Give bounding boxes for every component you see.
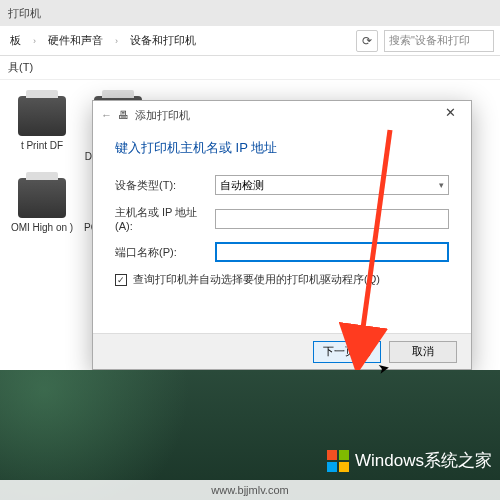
device-type-value: 自动检测	[220, 178, 264, 193]
printer-item[interactable]: OMI High on )	[8, 178, 76, 233]
window-tab: 打印机	[0, 0, 500, 26]
breadcrumb-part[interactable]: 硬件和声音	[44, 31, 107, 50]
device-type-label: 设备类型(T):	[115, 178, 215, 193]
search-input[interactable]: 搜索"设备和打印	[384, 30, 494, 52]
add-printer-dialog: ← 🖶 添加打印机 ✕ 键入打印机主机名或 IP 地址 设备类型(T): 自动检…	[92, 100, 472, 370]
tab-title: 打印机	[8, 6, 41, 21]
printer-icon	[18, 178, 66, 218]
portname-row: 端口名称(P):	[115, 242, 449, 262]
dialog-heading: 键入打印机主机名或 IP 地址	[115, 139, 449, 157]
close-button[interactable]: ✕	[437, 105, 463, 125]
toolbar: 具(T)	[0, 56, 500, 80]
toolbar-label[interactable]: 具(T)	[8, 60, 33, 75]
next-button-label: 下一页(N)	[323, 344, 371, 359]
chevron-right-icon: ›	[29, 34, 40, 48]
hostname-input[interactable]	[215, 209, 449, 229]
back-arrow-icon[interactable]: ←	[101, 109, 112, 121]
refresh-icon: ⟳	[362, 34, 372, 48]
windows-logo-icon	[327, 450, 349, 472]
printer-label: t Print DF	[8, 140, 76, 151]
dialog-titlebar: ← 🖶 添加打印机 ✕	[93, 101, 471, 129]
hostname-label: 主机名或 IP 地址(A):	[115, 205, 215, 232]
device-type-row: 设备类型(T): 自动检测 ▾	[115, 175, 449, 195]
printer-item[interactable]: t Print DF	[8, 96, 76, 162]
hostname-row: 主机名或 IP 地址(A):	[115, 205, 449, 232]
printer-icon	[18, 96, 66, 136]
refresh-button[interactable]: ⟳	[356, 30, 378, 52]
device-type-select[interactable]: 自动检测 ▾	[215, 175, 449, 195]
chevron-right-icon: ›	[111, 34, 122, 48]
watermark: Windows系统之家	[327, 449, 492, 472]
printer-small-icon: 🖶	[118, 109, 129, 121]
chevron-down-icon: ▾	[439, 180, 444, 190]
breadcrumb-part[interactable]: 板	[6, 31, 25, 50]
dialog-footer: 下一页(N) 取消	[93, 333, 471, 369]
next-button[interactable]: 下一页(N)	[313, 341, 381, 363]
checkbox-icon: ✓	[115, 274, 127, 286]
address-bar: 板 › 硬件和声音 › 设备和打印机 ⟳ 搜索"设备和打印	[0, 26, 500, 56]
breadcrumb-part[interactable]: 设备和打印机	[126, 31, 200, 50]
portname-input[interactable]	[215, 242, 449, 262]
printer-label: OMI High on )	[8, 222, 76, 233]
breadcrumb[interactable]: 板 › 硬件和声音 › 设备和打印机	[6, 31, 350, 50]
checkbox-label: 查询打印机并自动选择要使用的打印机驱动程序(Q)	[133, 272, 380, 287]
search-placeholder: 搜索"设备和打印	[389, 33, 470, 48]
dialog-body: 键入打印机主机名或 IP 地址 设备类型(T): 自动检测 ▾ 主机名或 IP …	[93, 129, 471, 297]
watermark-text: Windows系统之家	[355, 449, 492, 472]
cancel-button-label: 取消	[412, 344, 434, 359]
dialog-title: 添加打印机	[135, 108, 190, 123]
close-icon: ✕	[445, 105, 456, 120]
cancel-button[interactable]: 取消	[389, 341, 457, 363]
query-driver-checkbox-row[interactable]: ✓ 查询打印机并自动选择要使用的打印机驱动程序(Q)	[115, 272, 449, 287]
portname-label: 端口名称(P):	[115, 245, 215, 260]
watermark-url: www.bjjmlv.com	[0, 480, 500, 500]
